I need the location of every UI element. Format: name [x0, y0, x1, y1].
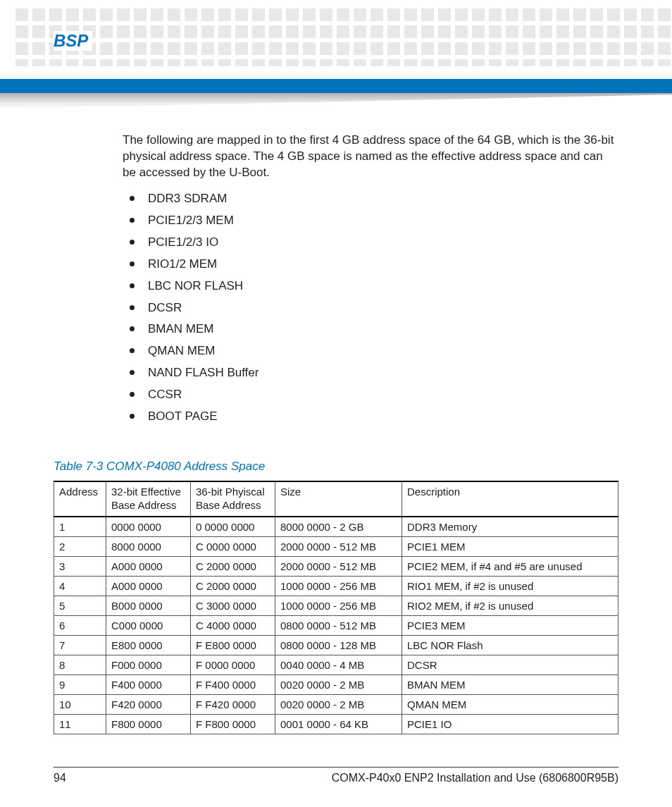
table-row: 5B000 0000C 3000 00001000 0000 - 256 MBR… — [54, 596, 618, 615]
table-cell: 3 — [54, 556, 106, 576]
body-content: The following are mapped in to the first… — [123, 133, 616, 431]
list-item: BOOT PAGE — [123, 409, 616, 425]
list-item: QMAN MEM — [123, 343, 616, 359]
table-cell: 0800 0000 - 128 MB — [275, 635, 402, 655]
table-cell: LBC NOR Flash — [402, 635, 618, 655]
bullet-list: DDR3 SDRAMPCIE1/2/3 MEMPCIE1/2/3 IORIO1/… — [123, 191, 616, 425]
address-space-table: Address 32-bit Effective Base Address 36… — [54, 481, 618, 734]
list-item: RIO1/2 MEM — [123, 257, 616, 273]
header-squares-bg — [0, 8, 672, 66]
table-row: 6C000 0000C 4000 00000800 0000 - 512 MBP… — [54, 615, 618, 635]
table-cell: F F400 0000 — [191, 674, 275, 694]
th-32bit: 32-bit Effective Base Address — [106, 481, 191, 517]
table-cell: 8000 0000 - 2 GB — [275, 517, 402, 537]
table-cell: C 3000 0000 — [191, 596, 275, 615]
table-cell: QMAN MEM — [402, 694, 618, 714]
table-row: 10F420 0000F F420 00000020 0000 - 2 MBQM… — [54, 694, 618, 714]
table-cell: 0020 0000 - 2 MB — [275, 674, 402, 694]
table-cell: F F420 0000 — [191, 694, 275, 714]
list-item: PCIE1/2/3 MEM — [123, 213, 616, 229]
table-cell: 1000 0000 - 256 MB — [275, 596, 402, 615]
table-cell: 2000 0000 - 512 MB — [275, 536, 402, 556]
table-row: 4A000 0000C 2000 00001000 0000 - 256 MBR… — [54, 576, 618, 596]
list-item: NAND FLASH Buffer — [123, 365, 616, 381]
table-cell: 0000 0000 — [106, 517, 191, 537]
table-cell: F 0000 0000 — [191, 655, 275, 674]
list-item: LBC NOR FLASH — [123, 278, 616, 295]
page: BSP The following are mapped in to the f… — [0, 0, 672, 807]
table-cell: PCIE1 MEM — [402, 536, 618, 556]
table-cell: A000 0000 — [106, 576, 191, 596]
table-caption: Table 7-3 COMX-P4080 Address Space — [54, 460, 618, 474]
table-cell: BMAN MEM — [402, 674, 618, 694]
list-item: PCIE1/2/3 IO — [123, 235, 616, 251]
table-cell: 9 — [54, 674, 106, 694]
table-cell: A000 0000 — [106, 556, 191, 576]
header-gray-wedge — [0, 93, 672, 109]
table-cell: C000 0000 — [106, 615, 191, 635]
table-cell: 0001 0000 - 64 KB — [275, 714, 402, 734]
table-cell: 10 — [54, 694, 106, 714]
table-cell: 1 — [54, 517, 106, 537]
table-row: 3A000 0000C 2000 00002000 0000 - 512 MBP… — [54, 556, 618, 576]
table-cell: C 0000 0000 — [191, 536, 275, 556]
doc-title: COMX-P40x0 ENP2 Installation and Use (68… — [332, 772, 618, 784]
table-header-row: Address 32-bit Effective Base Address 36… — [54, 481, 618, 517]
page-footer: 94 COMX-P40x0 ENP2 Installation and Use … — [54, 767, 618, 784]
table-cell: 2000 0000 - 512 MB — [275, 556, 402, 576]
list-item: BMAN MEM — [123, 321, 616, 338]
table-row: 7E800 0000F E800 00000800 0000 - 128 MBL… — [54, 635, 618, 655]
table-cell: C 2000 0000 — [191, 556, 275, 576]
table-row: 8F000 0000F 0000 00000040 0000 - 4 MBDCS… — [54, 655, 618, 674]
table-cell: 7 — [54, 635, 106, 655]
table-cell: RIO1 MEM, if #2 is unused — [402, 576, 618, 596]
table-cell: F400 0000 — [106, 674, 191, 694]
table-cell: 0020 0000 - 2 MB — [275, 694, 402, 714]
intro-paragraph: The following are mapped in to the first… — [123, 133, 616, 181]
table-cell: C 2000 0000 — [191, 576, 275, 596]
header-blue-bar — [0, 79, 672, 93]
table-cell: 0 0000 0000 — [191, 517, 275, 537]
table-cell: F420 0000 — [106, 694, 191, 714]
table-cell: 6 — [54, 615, 106, 635]
list-item: DDR3 SDRAM — [123, 191, 616, 207]
section-title: BSP — [54, 31, 92, 51]
table-cell: E800 0000 — [106, 635, 191, 655]
table-cell: 1000 0000 - 256 MB — [275, 576, 402, 596]
table-row: 10000 00000 0000 00008000 0000 - 2 GBDDR… — [54, 517, 618, 537]
table-cell: 8000 0000 — [106, 536, 191, 556]
list-item: DCSR — [123, 300, 616, 316]
table-cell: 4 — [54, 576, 106, 596]
th-address: Address — [54, 481, 106, 517]
table-cell: 11 — [54, 714, 106, 734]
table-cell: 2 — [54, 536, 106, 556]
table-cell: F F800 0000 — [191, 714, 275, 734]
table-row: 28000 0000C 0000 00002000 0000 - 512 MBP… — [54, 536, 618, 556]
table-cell: 0040 0000 - 4 MB — [275, 655, 402, 674]
table-row: 11F800 0000F F800 00000001 0000 - 64 KBP… — [54, 714, 618, 734]
table-cell: 8 — [54, 655, 106, 674]
table-cell: F800 0000 — [106, 714, 191, 734]
list-item: CCSR — [123, 387, 616, 403]
table-cell: F000 0000 — [106, 655, 191, 674]
table-cell: PCIE3 MEM — [402, 615, 618, 635]
table-cell: C 4000 0000 — [191, 615, 275, 635]
table-cell: 5 — [54, 596, 106, 615]
th-36bit: 36-bit Phyiscal Base Address — [191, 481, 275, 517]
table-cell: PCIE2 MEM, if #4 and #5 are unused — [402, 556, 618, 576]
table-cell: PCIE1 IO — [402, 714, 618, 734]
table-cell: RIO2 MEM, if #2 is unused — [402, 596, 618, 615]
th-description: Description — [402, 481, 618, 517]
th-size: Size — [275, 481, 402, 517]
table-cell: 0800 0000 - 512 MB — [275, 615, 402, 635]
table-row: 9F400 0000F F400 00000020 0000 - 2 MBBMA… — [54, 674, 618, 694]
table-cell: DDR3 Memory — [402, 517, 618, 537]
table-area: Table 7-3 COMX-P4080 Address Space Addre… — [54, 460, 618, 734]
table-cell: F E800 0000 — [191, 635, 275, 655]
page-number: 94 — [54, 772, 66, 784]
table-cell: DCSR — [402, 655, 618, 674]
table-cell: B000 0000 — [106, 596, 191, 615]
